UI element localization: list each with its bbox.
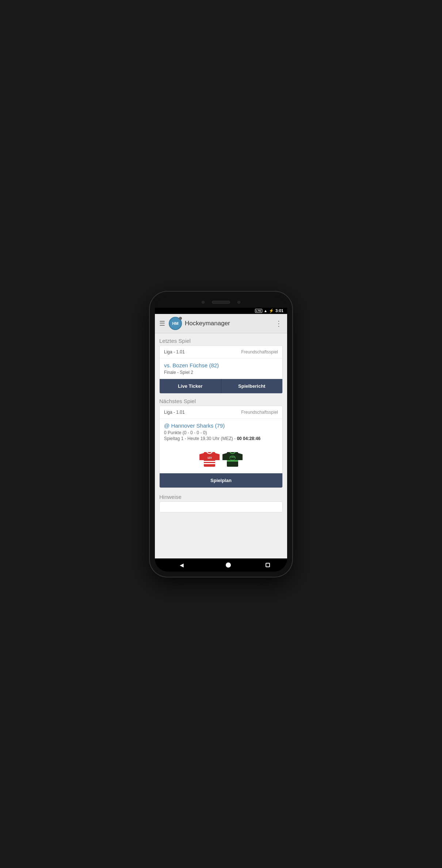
spielplan-button[interactable]: Spielplan — [160, 473, 282, 488]
naechstes-spiel-liga: Liga - 1.01 — [164, 410, 185, 415]
naechstes-spiel-card: Liga - 1.01 Freundschaftsspiel @ Hannove… — [159, 406, 283, 488]
letztes-spiel-section: Letztes Spiel Liga - 1.01 Freundschaftss… — [159, 338, 283, 394]
back-button[interactable]: ◀ — [172, 561, 191, 569]
svg-rect-9 — [227, 460, 238, 462]
letztes-spiel-opponent: vs. Bozen Füchse (82) — [164, 362, 278, 368]
naechstes-spiel-title: Nächstes Spiel — [159, 398, 283, 404]
svg-rect-8 — [227, 452, 238, 467]
hamburger-menu-icon[interactable]: ☰ — [159, 319, 166, 328]
recent-apps-button[interactable] — [266, 563, 270, 567]
phone-top-bar — [155, 297, 287, 308]
svg-text:123: 123 — [207, 456, 212, 459]
home-jersey-icon: 123 — [199, 450, 220, 468]
naechstes-spiel-opponent: @ Hannover Sharks (79) — [164, 422, 278, 429]
spielbericht-button[interactable]: Spielbericht — [221, 379, 283, 393]
naechstes-spiel-card-header: Liga - 1.01 Freundschaftsspiel — [160, 406, 282, 419]
naechstes-spiel-punkte: 0 Punkte (0 - 0 - 0 - 0) — [164, 430, 278, 435]
logo-text: HM — [172, 321, 178, 326]
svg-marker-1 — [214, 453, 220, 460]
hinweise-title: Hinweise — [159, 494, 283, 500]
app-toolbar: ☰ HM Hockeymanager ⋮ — [155, 314, 287, 333]
naechstes-spiel-card-body: @ Hannover Sharks (79) 0 Punkte (0 - 0 -… — [160, 419, 282, 445]
naechstes-spiel-spieltag: Spieltag 1 - Heute 19.30 Uhr (MEZ) - 00 … — [164, 436, 278, 441]
hinweise-section: Hinweise — [159, 494, 283, 512]
svg-rect-2 — [204, 452, 215, 467]
letztes-spiel-subtitle: Finale - Spiel 2 — [164, 370, 278, 375]
live-ticker-button[interactable]: Live Ticker — [160, 379, 221, 393]
app-screen: ☰ HM Hockeymanager ⋮ Letztes Spiel Liga … — [155, 314, 287, 558]
naechstes-spiel-type: Freundschaftsspiel — [241, 410, 278, 415]
battery-icon: ⚡ — [269, 308, 274, 313]
status-time: 3:01 — [275, 308, 283, 313]
svg-rect-4 — [204, 463, 215, 464]
svg-rect-3 — [204, 461, 215, 462]
letztes-spiel-title: Letztes Spiel — [159, 338, 283, 344]
app-title: Hockeymanager — [185, 320, 271, 327]
svg-marker-7 — [237, 453, 243, 460]
away-jersey-icon: VAN — [222, 450, 243, 468]
hinweise-card — [159, 501, 283, 512]
letztes-spiel-buttons: Live Ticker Spielbericht — [160, 379, 282, 393]
letztes-spiel-liga: Liga - 1.01 — [164, 349, 185, 355]
bottom-nav: ◀ — [155, 558, 287, 572]
speaker-grille — [212, 301, 230, 304]
signal-icon: ▲ — [264, 309, 267, 313]
home-button[interactable] — [226, 562, 231, 568]
lte-indicator: LTE — [255, 309, 263, 313]
app-logo: HM — [169, 317, 182, 330]
camera-dot — [202, 301, 205, 304]
sensor-dot — [237, 301, 240, 304]
status-bar: LTE ▲ ⚡ 3:01 — [155, 308, 287, 314]
jerseys-area: 123 — [160, 445, 282, 473]
overflow-menu-icon[interactable]: ⋮ — [274, 318, 283, 329]
phone-screen: LTE ▲ ⚡ 3:01 ☰ HM Hockeymanager ⋮ Letzte… — [155, 297, 287, 572]
letztes-spiel-card-header: Liga - 1.01 Freundschaftsspiel — [160, 346, 282, 359]
svg-marker-0 — [199, 453, 205, 460]
phone-device: LTE ▲ ⚡ 3:01 ☰ HM Hockeymanager ⋮ Letzte… — [150, 292, 292, 577]
letztes-spiel-card: Liga - 1.01 Freundschaftsspiel vs. Bozen… — [159, 345, 283, 394]
letztes-spiel-type: Freundschaftsspiel — [241, 349, 278, 355]
letztes-spiel-card-body: vs. Bozen Füchse (82) Finale - Spiel 2 — [160, 359, 282, 379]
app-content: Letztes Spiel Liga - 1.01 Freundschaftss… — [155, 333, 287, 558]
countdown-display: 00 04:28:46 — [237, 436, 260, 441]
naechstes-spiel-section: Nächstes Spiel Liga - 1.01 Freundschafts… — [159, 398, 283, 488]
svg-marker-6 — [222, 453, 228, 460]
